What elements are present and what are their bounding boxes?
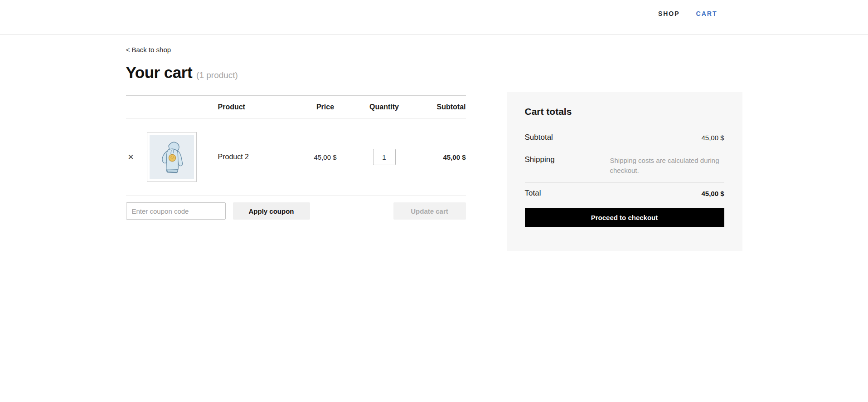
cart-item-row: ✕ <box>126 118 466 196</box>
column-header-price: Price <box>298 103 353 111</box>
back-to-shop-link[interactable]: < Back to shop <box>126 46 171 54</box>
site-header: SHOP CART <box>0 0 868 35</box>
product-image[interactable] <box>147 132 197 182</box>
total-row: Total 45,00 $ <box>525 183 724 201</box>
subtotal-row: Subtotal 45,00 $ <box>525 127 724 149</box>
product-name[interactable]: Product 2 <box>218 153 298 161</box>
coupon-code-input[interactable] <box>126 202 226 220</box>
cart-table-header-row: Product Price Quantity Subtotal <box>126 95 466 118</box>
subtotal-label: Subtotal <box>525 133 553 142</box>
product-price: 45,00 $ <box>298 153 353 161</box>
apply-coupon-button[interactable]: Apply coupon <box>233 202 310 220</box>
total-label: Total <box>525 189 541 198</box>
hoodie-icon <box>151 136 193 178</box>
product-count-label: (1 product) <box>196 70 238 80</box>
main-nav: SHOP CART <box>658 10 718 17</box>
cart-totals-title: Cart totals <box>525 106 724 117</box>
subtotal-value: 45,00 $ <box>701 133 724 142</box>
line-subtotal: 45,00 $ <box>416 153 466 161</box>
column-header-product: Product <box>218 103 298 111</box>
remove-item-button[interactable]: ✕ <box>126 152 136 163</box>
column-header-quantity: Quantity <box>353 103 416 111</box>
shipping-note: Shipping costs are calculated during che… <box>610 155 724 176</box>
cart-page: < Back to shop Your cart(1 product) Prod… <box>126 35 742 251</box>
nav-link-cart[interactable]: CART <box>696 10 718 17</box>
page-title: Your cart(1 product) <box>126 64 466 82</box>
cart-totals-panel: Cart totals Subtotal 45,00 $ Shipping Sh… <box>507 92 742 251</box>
total-value: 45,00 $ <box>701 189 724 197</box>
nav-link-shop[interactable]: SHOP <box>658 10 680 17</box>
quantity-input[interactable] <box>373 149 396 165</box>
coupon-row: Apply coupon Update cart <box>126 202 466 220</box>
column-header-subtotal: Subtotal <box>416 103 466 111</box>
page-title-text: Your cart <box>126 64 193 81</box>
shipping-label: Shipping <box>525 155 555 164</box>
shipping-row: Shipping Shipping costs are calculated d… <box>525 149 724 183</box>
proceed-to-checkout-button[interactable]: Proceed to checkout <box>525 208 724 227</box>
update-cart-button[interactable]: Update cart <box>393 202 466 220</box>
cart-section: < Back to shop Your cart(1 product) Prod… <box>126 35 466 220</box>
hoodie-illustration <box>150 135 194 179</box>
cart-table: Product Price Quantity Subtotal ✕ <box>126 95 466 220</box>
